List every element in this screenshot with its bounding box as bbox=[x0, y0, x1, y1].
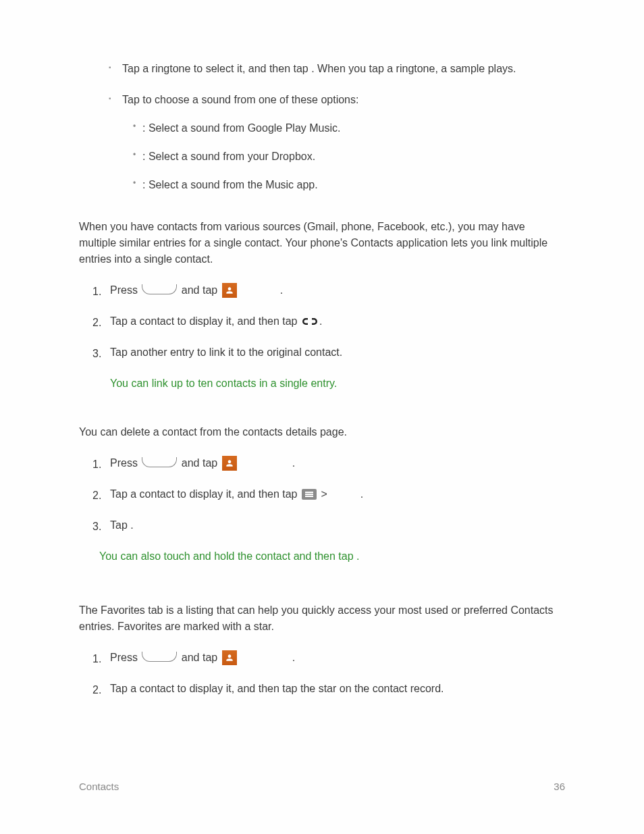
page-content: Tap a ringtone to select it, and then ta… bbox=[0, 0, 644, 746]
sound-source-list: : Select a sound from Google Play Music.… bbox=[122, 120, 565, 193]
text: Tap a contact to display it, and then ta… bbox=[110, 683, 444, 694]
text: Press bbox=[110, 650, 140, 666]
link-icon bbox=[302, 317, 318, 326]
list-item: Tap another entry to link it to the orig… bbox=[110, 344, 565, 361]
text: . bbox=[280, 282, 283, 298]
text: > bbox=[318, 486, 330, 502]
list-item: Tap a contact to display it, and then ta… bbox=[110, 681, 565, 697]
contacts-app-icon bbox=[222, 456, 237, 471]
list-item: Tap a ringtone to select it, and then ta… bbox=[122, 61, 565, 77]
text: Press bbox=[110, 282, 140, 298]
footer-page-number: 36 bbox=[554, 781, 565, 792]
home-button-icon bbox=[142, 652, 177, 662]
text: to choose a sound from one of these opti… bbox=[142, 94, 358, 105]
list-item: Tap a contact to display it, and then ta… bbox=[110, 486, 565, 502]
list-item: : Select a sound from the Music app. bbox=[142, 177, 565, 193]
footer-section: Contacts bbox=[79, 781, 119, 792]
contacts-app-icon bbox=[222, 283, 237, 298]
text: . When you tap a ringtone, a sample play… bbox=[311, 63, 516, 74]
text: and tap bbox=[178, 455, 220, 471]
text: You can also touch and hold the contact … bbox=[99, 550, 356, 562]
text: . bbox=[319, 313, 322, 330]
text: : Select a sound from your Dropbox. bbox=[142, 151, 315, 162]
text: Tap another entry to link it to the orig… bbox=[110, 346, 342, 358]
text: : Select a sound from Google Play Music. bbox=[142, 122, 340, 134]
list-item: : Select a sound from your Dropbox. bbox=[142, 149, 565, 165]
list-item: Press and tap . bbox=[110, 650, 565, 666]
page-footer: Contacts 36 bbox=[79, 781, 565, 792]
list-item: Press and tap . bbox=[110, 282, 565, 298]
list-item: Press and tap . bbox=[110, 455, 565, 471]
link-note: You can link up to ten contacts in a sin… bbox=[79, 375, 565, 392]
list-item: Tap . bbox=[110, 517, 565, 533]
text: . bbox=[292, 650, 295, 666]
text: Press bbox=[110, 455, 140, 471]
favorites-intro: The Favorites tab is a listing that can … bbox=[79, 602, 565, 635]
home-button-icon bbox=[142, 284, 177, 294]
text: and tap bbox=[178, 282, 220, 298]
text: : Select a sound from the Music app. bbox=[142, 179, 318, 190]
list-item: : Select a sound from Google Play Music. bbox=[142, 120, 565, 136]
text: Tap bbox=[110, 519, 130, 531]
text: Tap a ringtone to select it, and then ta… bbox=[122, 63, 311, 74]
home-button-icon bbox=[142, 457, 177, 467]
ringtone-options-list: Tap a ringtone to select it, and then ta… bbox=[79, 61, 565, 193]
list-item: Tap a contact to display it, and then ta… bbox=[110, 313, 565, 330]
text: . bbox=[292, 455, 295, 471]
delete-contact-steps: Press and tap . Tap a contact to display… bbox=[79, 455, 565, 533]
text: and tap bbox=[178, 650, 220, 666]
text: . bbox=[130, 519, 133, 531]
text: . bbox=[360, 486, 363, 502]
contacts-app-icon bbox=[222, 650, 237, 665]
delete-note: You can also touch and hold the contact … bbox=[79, 548, 565, 565]
favorites-steps: Press and tap . Tap a contact to display… bbox=[79, 650, 565, 697]
text: Tap a contact to display it, and then ta… bbox=[110, 486, 300, 502]
menu-icon bbox=[302, 489, 317, 500]
text: Tap a contact to display it, and then ta… bbox=[110, 313, 300, 330]
text: Tap bbox=[122, 94, 142, 105]
delete-contact-intro: You can delete a contact from the contac… bbox=[79, 424, 565, 440]
text: . bbox=[356, 550, 359, 562]
link-contacts-steps: Press and tap . Tap a contact to display… bbox=[79, 282, 565, 361]
list-item: Tap to choose a sound from one of these … bbox=[122, 92, 565, 193]
link-contacts-intro: When you have contacts from various sour… bbox=[79, 219, 565, 267]
